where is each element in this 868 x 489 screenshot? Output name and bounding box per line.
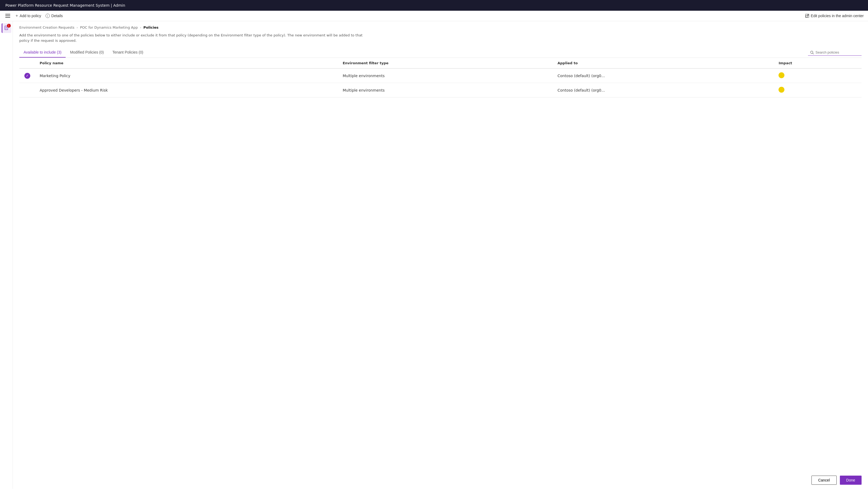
edit-admin-center-button[interactable]: Edit policies in the admin center bbox=[805, 14, 864, 18]
row-1-selected-cell bbox=[19, 83, 35, 97]
breadcrumb-item-0[interactable]: Environment Creation Requests bbox=[19, 26, 74, 29]
tabs-left: Available to include (3) Modified Polici… bbox=[19, 47, 148, 58]
breadcrumb-separator-1: › bbox=[140, 26, 142, 29]
col-header-policy-name: Policy name bbox=[35, 58, 338, 69]
tabs-bar: Available to include (3) Modified Polici… bbox=[19, 47, 862, 58]
breadcrumb-item-1[interactable]: POC for Dynamics Marketing App bbox=[80, 26, 138, 29]
description-text: Add the environment to one of the polici… bbox=[19, 33, 368, 43]
details-label: Details bbox=[52, 14, 63, 18]
notification-badge: 1 bbox=[7, 24, 11, 28]
tab-available-to-include[interactable]: Available to include (3) bbox=[19, 47, 66, 58]
row-0-filter-type: Multiple environments bbox=[338, 69, 553, 83]
title-text: Power Platform Resource Request Manageme… bbox=[5, 3, 125, 7]
table-header-row: Policy name Environment filter type Appl… bbox=[19, 58, 862, 69]
cancel-button[interactable]: Cancel bbox=[811, 476, 837, 485]
search-box bbox=[808, 49, 862, 56]
search-input[interactable] bbox=[815, 50, 858, 54]
layout: 1 Environment Creation Requests › POC fo… bbox=[0, 21, 868, 489]
impact-dot-1 bbox=[778, 87, 784, 93]
row-1-impact bbox=[774, 83, 862, 97]
add-to-policy-button[interactable]: + Add to policy bbox=[16, 13, 41, 18]
plus-icon: + bbox=[16, 13, 18, 18]
hamburger-button[interactable] bbox=[4, 13, 11, 19]
done-button[interactable]: Done bbox=[840, 476, 862, 485]
impact-dot-0 bbox=[778, 72, 784, 78]
col-header-applied-to: Applied to bbox=[553, 58, 774, 69]
svg-line-7 bbox=[813, 53, 814, 54]
row-0-impact bbox=[774, 69, 862, 83]
toolbar-left: + Add to policy i Details bbox=[4, 13, 63, 19]
row-0-selected-cell: ✓ bbox=[19, 69, 35, 83]
tab-tenant-policies[interactable]: Tenant Policies (0) bbox=[108, 47, 147, 58]
info-icon: i bbox=[45, 14, 50, 18]
edit-admin-center-label: Edit policies in the admin center bbox=[811, 14, 864, 18]
table-row[interactable]: ✓ Marketing Policy Multiple environments… bbox=[19, 69, 862, 83]
policies-table-container: Policy name Environment filter type Appl… bbox=[19, 58, 862, 97]
row-0-policy-name: Marketing Policy bbox=[35, 69, 338, 83]
add-to-policy-label: Add to policy bbox=[20, 14, 41, 18]
row-1-applied-to: Contoso (default) (org0... bbox=[553, 83, 774, 97]
row-0-applied-to: Contoso (default) (org0... bbox=[553, 69, 774, 83]
title-bar: Power Platform Resource Request Manageme… bbox=[0, 0, 868, 11]
breadcrumb: Environment Creation Requests › POC for … bbox=[19, 26, 862, 29]
col-header-selected bbox=[19, 58, 35, 69]
table-row[interactable]: Approved Developers - Medium Risk Multip… bbox=[19, 83, 862, 97]
breadcrumb-separator-0: › bbox=[76, 26, 78, 29]
tab-modified-policies[interactable]: Modified Policies (0) bbox=[66, 47, 108, 58]
details-button[interactable]: i Details bbox=[45, 14, 63, 18]
toolbar: + Add to policy i Details Edit policies … bbox=[0, 11, 868, 21]
external-link-icon bbox=[805, 14, 809, 18]
sidebar-item-requests[interactable]: 1 bbox=[2, 23, 11, 33]
policies-table: Policy name Environment filter type Appl… bbox=[19, 58, 862, 97]
search-icon bbox=[810, 51, 814, 54]
breadcrumb-current: Policies bbox=[143, 26, 158, 29]
col-header-filter-type: Environment filter type bbox=[338, 58, 553, 69]
checkmark-icon: ✓ bbox=[24, 73, 30, 79]
row-1-filter-type: Multiple environments bbox=[338, 83, 553, 97]
col-header-impact: Impact bbox=[774, 58, 862, 69]
sidebar: 1 bbox=[0, 21, 13, 489]
row-1-policy-name: Approved Developers - Medium Risk bbox=[35, 83, 338, 97]
main-content: Environment Creation Requests › POC for … bbox=[13, 21, 868, 489]
footer: Cancel Done bbox=[805, 471, 868, 489]
